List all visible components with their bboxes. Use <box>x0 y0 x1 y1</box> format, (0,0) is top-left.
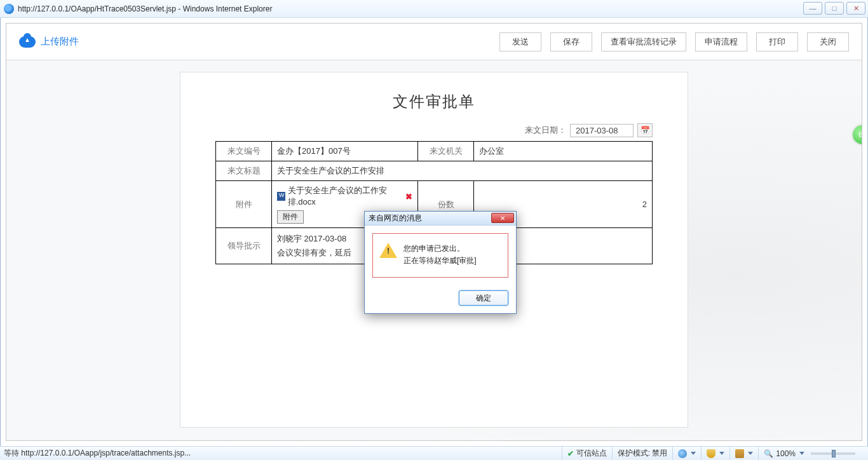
chevron-down-icon <box>719 452 724 455</box>
globe-icon <box>678 449 687 458</box>
status-text: 等待 http://127.0.0.1/OAapp/jsp/trace/atta… <box>4 448 562 459</box>
maximize-button[interactable]: □ <box>825 2 844 15</box>
shield-icon <box>707 449 715 458</box>
cloud-upload-icon <box>19 36 36 48</box>
check-icon: ✔ <box>567 449 574 458</box>
attachment-file[interactable]: 关于安全生产会议的工作安排.docx ✖ <box>277 185 412 208</box>
dialog-msg2: 正在等待赵华威[审批] <box>403 256 477 265</box>
status-tools[interactable] <box>729 447 758 460</box>
date-input[interactable]: 2017-03-08 <box>570 124 634 137</box>
dialog-body: ! 您的申请已发出。 正在等待赵华威[审批] <box>365 226 516 285</box>
ie-icon <box>4 4 14 14</box>
trusted-label: 可信站点 <box>576 448 607 459</box>
window-title: http://127.0.0.1/OAapp/HtTrace0503Servle… <box>18 4 272 13</box>
upload-label: 上传附件 <box>41 36 79 48</box>
dialog-footer: 确定 <box>365 285 516 313</box>
chevron-down-icon <box>691 452 696 455</box>
minimize-button[interactable]: — <box>803 2 822 15</box>
status-globe[interactable] <box>672 447 701 460</box>
message-dialog: 来自网页的消息 ✕ ! 您的申请已发出。 正在等待赵华威[审批] 确定 <box>364 211 517 314</box>
doc-org-label: 来文机关 <box>418 142 474 161</box>
window-titlebar: http://127.0.0.1/OAapp/HtTrace0503Servle… <box>0 0 868 18</box>
calendar-icon[interactable]: 📅 <box>637 123 653 137</box>
dialog-inner: ! 您的申请已发出。 正在等待赵华威[审批] <box>372 233 508 278</box>
status-shield[interactable] <box>701 447 729 460</box>
zoom-thumb[interactable] <box>832 450 836 457</box>
dialog-title-text: 来自网页的消息 <box>369 213 422 224</box>
chevron-down-icon <box>799 452 804 455</box>
tools-icon <box>735 449 744 458</box>
status-protect[interactable]: 保护模式: 禁用 <box>612 447 673 460</box>
window-close-button[interactable]: ✕ <box>846 2 865 15</box>
apply-flow-button[interactable]: 申请流程 <box>695 32 747 51</box>
upload-attachment-button[interactable]: 上传附件 <box>19 36 79 48</box>
view-flow-button[interactable]: 查看审批流转记录 <box>601 32 686 51</box>
action-toolbar: 上传附件 发送 保存 查看审批流转记录 申请流程 打印 关闭 <box>6 24 862 60</box>
approval-line2: 会议安排有变，延后 <box>277 248 351 257</box>
dialog-msg1: 您的申请已发出。 <box>403 244 465 253</box>
doc-title-value[interactable]: 关于安全生产会议的工作安排 <box>272 161 653 181</box>
word-icon <box>277 192 285 201</box>
save-button[interactable]: 保存 <box>550 32 592 51</box>
table-row: 来文编号 金办【2017】007号 来文机关 办公室 <box>216 142 653 161</box>
approval-label: 领导批示 <box>216 228 272 264</box>
attachment-label: 附件 <box>216 181 272 228</box>
browse-attachment-button[interactable]: 附件 <box>277 210 304 224</box>
status-bar: 等待 http://127.0.0.1/OAapp/jsp/trace/atta… <box>0 446 868 460</box>
date-row: 来文日期： 2017-03-08 📅 <box>215 123 653 137</box>
print-button[interactable]: 打印 <box>756 32 798 51</box>
doc-number-label: 来文编号 <box>216 142 272 161</box>
status-zoom[interactable]: 🔍 100% <box>758 447 864 460</box>
form-title: 文件审批单 <box>215 91 653 112</box>
close-button[interactable]: 关闭 <box>807 32 849 51</box>
browser-frame: 上传附件 发送 保存 查看审批流转记录 申请流程 打印 关闭 文件审批单 来文日… <box>0 18 868 446</box>
doc-number-value[interactable]: 金办【2017】007号 <box>272 142 418 161</box>
dialog-ok-button[interactable]: 确定 <box>459 290 508 306</box>
date-label: 来文日期： <box>525 125 566 136</box>
zoom-value: 100% <box>776 449 796 458</box>
window-buttons: — □ ✕ <box>803 2 865 15</box>
page-content: 上传附件 发送 保存 查看审批流转记录 申请流程 打印 关闭 文件审批单 来文日… <box>6 23 862 441</box>
send-button[interactable]: 发送 <box>499 32 541 51</box>
table-row: 来文标题 关于安全生产会议的工作安排 <box>216 161 653 181</box>
status-trusted[interactable]: ✔ 可信站点 <box>562 447 612 460</box>
approval-line1: 刘晓宇 2017-03-08 <box>277 234 346 243</box>
dialog-message: 您的申请已发出。 正在等待赵华威[审批] <box>403 243 477 267</box>
doc-org-value[interactable]: 办公室 <box>474 142 653 161</box>
protect-label: 保护模式: 禁用 <box>618 448 668 459</box>
remove-attachment-icon[interactable]: ✖ <box>405 192 412 201</box>
doc-title-label: 来文标题 <box>216 161 272 181</box>
attachment-filename: 关于安全生产会议的工作安排.docx <box>288 185 403 208</box>
dialog-titlebar: 来自网页的消息 ✕ <box>365 212 516 226</box>
dialog-close-button[interactable]: ✕ <box>491 213 514 223</box>
chevron-down-icon <box>748 452 753 455</box>
warning-icon: ! <box>379 243 397 258</box>
zoom-slider[interactable] <box>811 452 855 455</box>
